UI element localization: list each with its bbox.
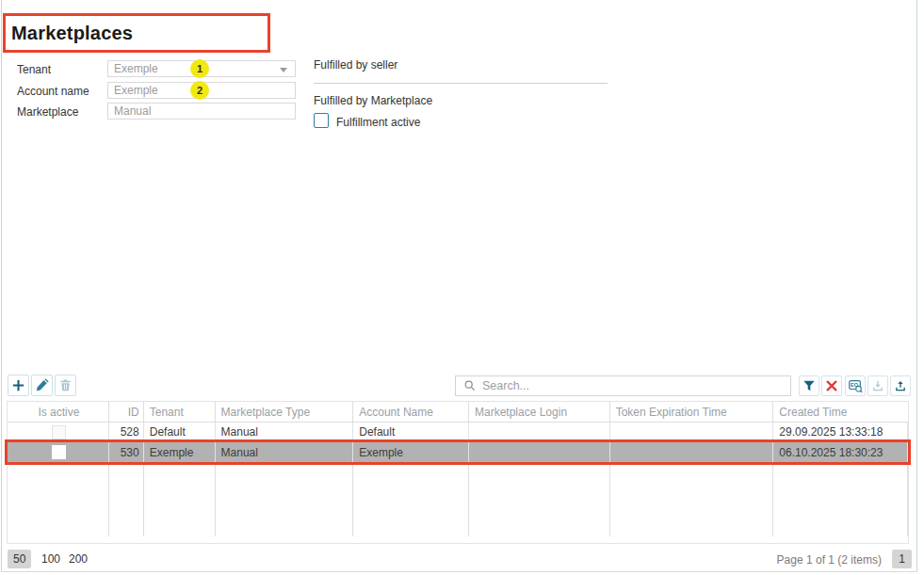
page-summary: Page 1 of 1 (2 items)	[777, 553, 882, 567]
cell-marketplace-type: Manual	[216, 423, 354, 441]
clear-filter-button[interactable]	[821, 375, 842, 396]
edit-button[interactable]	[31, 375, 53, 396]
fulfillment-active-label[interactable]: Fulfillment active	[336, 116, 420, 129]
chevron-down-icon	[280, 68, 287, 72]
trash-icon	[58, 378, 73, 392]
pencil-icon	[35, 378, 49, 392]
cell-account-name: Default	[353, 423, 469, 441]
upload-button[interactable]	[890, 375, 911, 396]
fulfilled-by-marketplace-label: Fulfilled by Marketplace	[314, 94, 432, 107]
cell-created-time: 29.09.2025 13:33:18	[773, 423, 908, 441]
search-icon	[463, 379, 477, 392]
table-row-selected[interactable]: 530 Exemple Manual Exemple 06.10.2025 18…	[8, 442, 908, 462]
eq-search-icon: EQ	[849, 379, 863, 393]
column-header-created-time[interactable]: Created Time	[773, 402, 908, 422]
fulfilled-by-seller-label: Fulfilled by seller	[314, 58, 397, 72]
delete-button[interactable]	[55, 375, 76, 396]
page-title: Marketplaces	[6, 23, 133, 44]
search-input[interactable]	[477, 379, 790, 392]
cell-token-expiration-time	[610, 442, 774, 462]
download-button[interactable]	[867, 375, 888, 396]
annotation-badge-2: 2	[190, 81, 209, 100]
cell-marketplace-login	[469, 442, 610, 462]
cell-token-expiration-time	[610, 423, 774, 441]
page-size-100[interactable]: 100	[36, 550, 66, 568]
column-header-marketplace-type[interactable]: Marketplace Type	[216, 402, 354, 422]
cell-created-time: 06.10.2025 18:30:23	[773, 442, 908, 462]
column-header-account-name[interactable]: Account Name	[353, 402, 469, 422]
section-divider	[314, 83, 608, 84]
account-name-label: Account name	[17, 85, 89, 98]
marketplaces-table: Is active ID Tenant Marketplace Type Acc…	[7, 401, 909, 544]
page-title-highlight: Marketplaces	[3, 13, 270, 53]
page-size-50[interactable]: 50	[8, 550, 31, 568]
upload-icon	[894, 379, 907, 392]
add-button[interactable]	[8, 375, 29, 396]
cell-id: 530	[109, 442, 144, 462]
cell-marketplace-login	[469, 423, 610, 441]
marketplace-label: Marketplace	[17, 105, 78, 119]
plus-icon	[11, 378, 25, 392]
column-header-id[interactable]: ID	[109, 402, 144, 422]
cell-account-name: Exemple	[353, 442, 469, 462]
table-row[interactable]: 528 Default Manual Default 29.09.2025 13…	[8, 423, 908, 442]
filter-button[interactable]	[799, 375, 819, 396]
marketplace-input[interactable]	[107, 103, 296, 120]
fulfillment-active-checkbox[interactable]	[314, 113, 329, 128]
cell-tenant: Default	[144, 423, 216, 441]
search-box	[455, 375, 791, 396]
cell-tenant: Exemple	[144, 442, 216, 462]
grid-empty-area	[8, 462, 908, 536]
column-header-token-expiration-time[interactable]: Token Expiration Time	[610, 402, 774, 422]
column-header-is-active[interactable]: Is active	[8, 402, 109, 422]
filter-builder-button[interactable]: EQ	[845, 375, 866, 396]
red-x-icon	[825, 379, 838, 392]
cell-marketplace-type: Manual	[216, 442, 354, 462]
tenant-label: Tenant	[17, 63, 51, 76]
page-size-200[interactable]: 200	[63, 550, 93, 568]
page-number-button[interactable]: 1	[892, 550, 912, 568]
table-header-row: Is active ID Tenant Marketplace Type Acc…	[8, 402, 908, 423]
is-active-checkbox[interactable]	[52, 425, 66, 439]
is-active-checkbox[interactable]	[52, 445, 66, 459]
cell-id: 528	[109, 423, 144, 441]
funnel-icon	[802, 379, 816, 392]
tenant-select-value: Exemple	[114, 62, 158, 75]
annotation-badge-1: 1	[190, 59, 209, 78]
download-icon	[871, 379, 884, 392]
column-header-tenant[interactable]: Tenant	[144, 402, 216, 422]
column-header-marketplace-login[interactable]: Marketplace Login	[469, 402, 610, 422]
